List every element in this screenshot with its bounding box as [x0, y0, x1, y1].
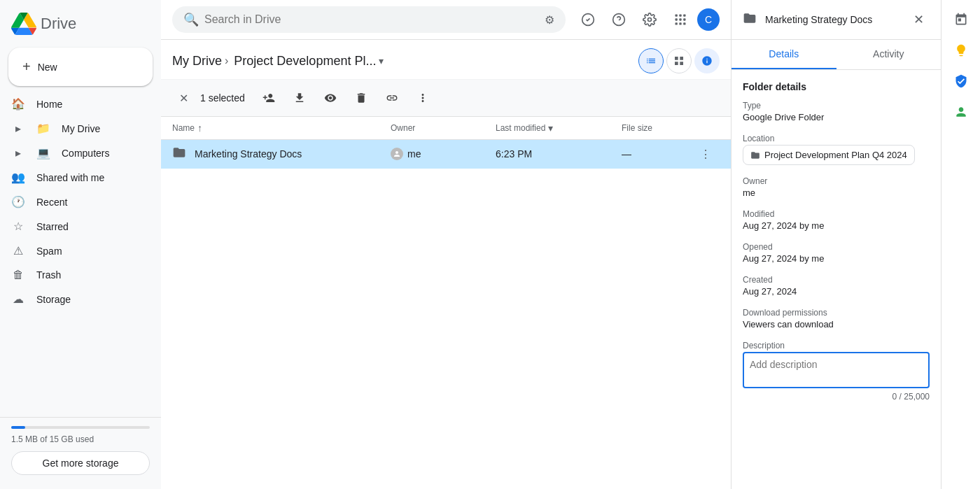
- deselect-button[interactable]: ✕: [172, 87, 195, 109]
- type-label: Type: [743, 101, 930, 111]
- breadcrumb-separator: ›: [225, 55, 228, 67]
- recent-icon: 🕐: [11, 195, 25, 208]
- created-value: Aug 27, 2024: [743, 286, 930, 297]
- tasks-button[interactable]: [947, 67, 975, 95]
- sidebar-item-starred-label: Starred: [36, 221, 69, 232]
- contacts-button[interactable]: [947, 98, 975, 126]
- calendar-button[interactable]: [947, 6, 975, 34]
- nav-section: 🏠 Home ▸ 📁 My Drive ▸ 💻 Computers 👥 Shar…: [0, 92, 161, 417]
- file-name: Marketing Strategy Docs: [195, 148, 391, 160]
- file-size: —: [622, 148, 692, 160]
- sidebar-item-trash-label: Trash: [36, 269, 61, 281]
- modified-value: Aug 27, 2024 by me: [743, 220, 930, 231]
- type-value: Google Drive Folder: [743, 112, 930, 122]
- breadcrumb-current-label: Project Development Pl...: [234, 54, 376, 69]
- tab-activity-label: Activity: [873, 48, 904, 59]
- new-button[interactable]: + New: [8, 48, 153, 86]
- column-name[interactable]: Name ↑: [172, 122, 391, 134]
- column-owner: Owner: [391, 123, 496, 133]
- search-input[interactable]: [204, 13, 539, 26]
- folder-file-icon: [172, 146, 186, 163]
- sidebar-item-storage[interactable]: ☁ Storage: [0, 287, 150, 311]
- tab-activity[interactable]: Activity: [836, 40, 941, 69]
- user-avatar[interactable]: C: [697, 8, 720, 31]
- breadcrumb-root[interactable]: My Drive: [172, 54, 222, 69]
- list-view-button[interactable]: [638, 48, 664, 73]
- svg-rect-11: [679, 22, 681, 24]
- sidebar-item-computers[interactable]: ▸ 💻 Computers: [0, 141, 150, 165]
- detail-created-row: Created Aug 27, 2024: [743, 275, 930, 297]
- home-icon: 🏠: [11, 97, 25, 111]
- detail-description-row: Description 0 / 25,000: [743, 341, 930, 402]
- download-button[interactable]: [287, 85, 312, 111]
- owner-avatar-icon: [391, 148, 403, 160]
- column-size: File size: [622, 123, 692, 133]
- my-drive-icon: ▸: [11, 122, 25, 135]
- storage-bar-fill: [11, 426, 25, 429]
- keep-notes-button[interactable]: [947, 36, 975, 64]
- cloud-icon: ☁: [11, 292, 25, 306]
- check-circle-button[interactable]: [574, 6, 602, 34]
- svg-rect-9: [683, 18, 685, 20]
- storage-bar-background: [11, 426, 150, 429]
- sidebar-item-spam[interactable]: ⚠ Spam: [0, 239, 150, 263]
- sidebar-item-recent[interactable]: 🕐 Recent: [0, 190, 150, 214]
- app-title: Drive: [41, 15, 76, 33]
- file-more-button[interactable]: ⋮: [696, 144, 715, 164]
- more-actions-button[interactable]: [410, 85, 435, 111]
- file-list-header: Name ↑ Owner Last modified ▾ File size: [161, 117, 731, 140]
- sidebar-item-my-drive-label: My Drive: [62, 123, 100, 134]
- details-content: Folder details Type Google Drive Folder …: [732, 70, 941, 489]
- shared-icon: 👥: [11, 171, 25, 184]
- selection-bar: ✕ 1 selected: [161, 80, 731, 117]
- opened-value: Aug 27, 2024 by me: [743, 253, 930, 264]
- location-chip[interactable]: Project Development Plan Q4 2024: [743, 145, 915, 165]
- column-name-label: Name: [172, 123, 195, 133]
- sidebar-item-computers-label: Computers: [62, 148, 109, 159]
- sidebar-item-trash[interactable]: 🗑 Trash: [0, 263, 150, 287]
- file-list: Name ↑ Owner Last modified ▾ File size M…: [161, 117, 731, 489]
- sidebar-item-shared[interactable]: 👥 Shared with me: [0, 165, 150, 190]
- grid-view-button[interactable]: [666, 48, 692, 73]
- detail-location-row: Location Project Development Plan Q4 202…: [743, 134, 930, 165]
- location-value: Project Development Plan Q4 2024: [764, 150, 907, 160]
- details-close-button[interactable]: ✕: [907, 8, 930, 31]
- info-button[interactable]: [694, 48, 720, 73]
- delete-button[interactable]: [349, 85, 374, 111]
- settings-button[interactable]: [636, 6, 664, 34]
- table-row[interactable]: Marketing Strategy Docs me 6:23 PM — ⋮: [161, 140, 731, 169]
- detail-type-row: Type Google Drive Folder: [743, 101, 930, 122]
- sidebar-item-my-drive[interactable]: ▸ 📁 My Drive: [0, 116, 150, 141]
- apps-button[interactable]: [666, 6, 694, 34]
- owner-value: me: [743, 187, 930, 198]
- get-more-storage-button[interactable]: Get more storage: [11, 451, 150, 475]
- description-label: Description: [743, 341, 930, 350]
- detail-modified-row: Modified Aug 27, 2024 by me: [743, 209, 930, 231]
- svg-rect-10: [676, 22, 678, 24]
- share-button[interactable]: [256, 85, 281, 111]
- storage-text: 1.5 MB of 15 GB used: [11, 434, 150, 444]
- logo-area: Drive: [0, 6, 161, 48]
- column-modified[interactable]: Last modified ▾: [496, 122, 622, 134]
- content-header: My Drive › Project Development Pl... ▾: [161, 40, 731, 80]
- sidebar-item-home[interactable]: 🏠 Home: [0, 92, 150, 116]
- details-panel-title: Marketing Strategy Docs: [765, 14, 899, 25]
- preview-button[interactable]: [318, 85, 343, 111]
- file-owner: me: [391, 148, 496, 160]
- search-options-icon[interactable]: ⚙: [545, 13, 554, 27]
- right-icons-panel: [941, 0, 980, 489]
- copy-link-button[interactable]: [379, 85, 405, 111]
- description-input[interactable]: [743, 352, 930, 388]
- header-icons: C: [574, 6, 720, 34]
- plus-icon: +: [22, 59, 31, 75]
- tab-details[interactable]: Details: [732, 40, 836, 69]
- detail-opened-row: Opened Aug 27, 2024 by me: [743, 242, 930, 264]
- details-tabs: Details Activity: [732, 40, 941, 70]
- sidebar-item-starred[interactable]: ☆ Starred: [0, 214, 150, 239]
- help-button[interactable]: [605, 6, 633, 34]
- sidebar-item-shared-label: Shared with me: [36, 172, 104, 183]
- star-icon: ☆: [11, 220, 25, 233]
- svg-rect-7: [676, 18, 678, 20]
- breadcrumb-current[interactable]: Project Development Pl... ▾: [231, 52, 386, 70]
- sidebar: Drive + New 🏠 Home ▸ 📁 My Drive ▸ 💻 Comp…: [0, 0, 161, 489]
